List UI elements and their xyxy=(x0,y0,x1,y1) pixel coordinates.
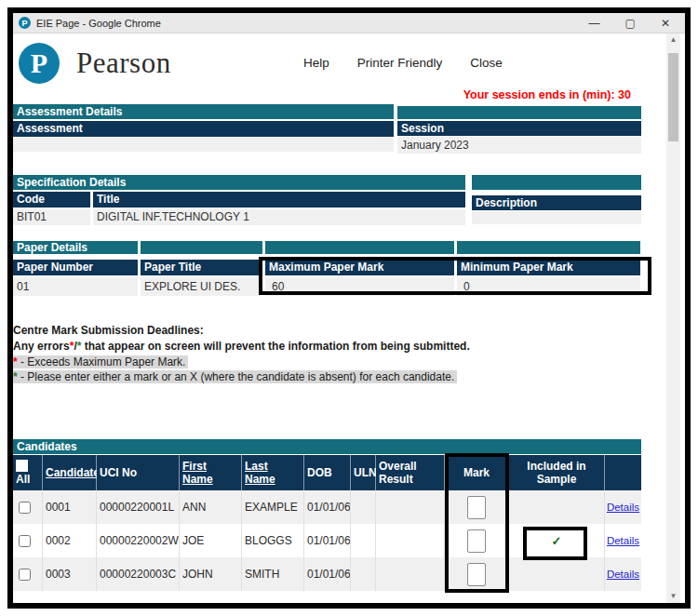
col-details xyxy=(605,455,641,490)
paper-section-bar xyxy=(141,241,262,254)
col-overall-result: Overall Result xyxy=(376,455,445,490)
deadlines-heading: Centre Mark Submission Deadlines: xyxy=(13,324,655,337)
candidate-row: 0002 00000220002W JOE BLOGGS 01/01/06 ✓ … xyxy=(13,524,641,557)
candidates-table: Candidates All Candidate UCI No First Na… xyxy=(13,439,641,591)
session-value: January 2023 xyxy=(397,137,641,154)
max-paper-mark-value: 60 xyxy=(265,277,454,296)
uci-no: 00000220003C xyxy=(97,557,180,591)
dob: 01/01/06 xyxy=(304,557,351,591)
specification-details-header: Specification Details xyxy=(13,175,465,190)
uci-no: 00000220002W xyxy=(97,524,180,557)
minimize-icon[interactable]: — xyxy=(589,18,600,29)
page-scrollbar[interactable]: ▲ ▼ xyxy=(666,33,680,603)
assessment-column-header: Assessment xyxy=(13,121,394,137)
pearson-logo: P Pearson xyxy=(19,43,171,84)
overall-result xyxy=(376,490,445,524)
max-paper-mark-header: Maximum Paper Mark xyxy=(265,260,454,275)
row-checkbox[interactable] xyxy=(19,535,31,547)
min-paper-mark-value: 0 xyxy=(457,277,640,296)
top-nav: Help Printer Friendly Close xyxy=(303,56,503,70)
last-name: SMITH xyxy=(242,557,304,591)
assessment-value xyxy=(13,138,394,152)
row-checkbox[interactable] xyxy=(19,569,31,581)
details-link[interactable]: Details xyxy=(607,502,639,513)
candidate-row: 0003 00000220003C JOHN SMITH 01/01/06 De… xyxy=(13,557,641,591)
col-candidate-sort[interactable]: Candidate xyxy=(43,455,97,490)
col-first-name-sort[interactable]: First Name xyxy=(180,455,242,490)
candidates-header-row: All Candidate UCI No First Name Last Nam… xyxy=(13,455,641,490)
description-value xyxy=(472,211,641,224)
last-name: EXAMPLE xyxy=(242,490,304,524)
candidate-row: 0001 00000220001L ANN EXAMPLE 01/01/06 D… xyxy=(13,490,641,524)
description-section-bar xyxy=(472,175,641,190)
errors-warning-line: Any errors*/* that appear on screen will… xyxy=(13,340,655,353)
window-titlebar: P EIE Page - Google Chrome — ▢ ✕ xyxy=(13,13,685,33)
uln xyxy=(351,524,376,557)
spec-code-header: Code xyxy=(13,192,90,208)
paper-title-header: Paper Title xyxy=(141,260,262,275)
session-timeout-warning: Your session ends in (min): 30 xyxy=(463,88,631,101)
nav-close-link[interactable]: Close xyxy=(470,56,503,70)
mark-input[interactable] xyxy=(467,529,486,553)
candidate-number: 0002 xyxy=(43,524,97,557)
paper-number-header: Paper Number xyxy=(13,260,138,275)
min-paper-mark-header: Minimum Paper Mark xyxy=(457,260,640,275)
screenshot-annotation-frame: P EIE Page - Google Chrome — ▢ ✕ P Pears… xyxy=(7,7,691,609)
dob: 01/01/06 xyxy=(304,524,351,557)
session-column-header: Session xyxy=(397,121,641,136)
first-name: ANN xyxy=(180,490,242,524)
all-label: All xyxy=(16,473,39,486)
scrollbar-thumb[interactable] xyxy=(668,53,678,141)
paper-details-header: Paper Details xyxy=(13,241,138,254)
candidate-number: 0003 xyxy=(43,557,97,591)
description-column-header: Description xyxy=(472,195,641,210)
included-in-sample-check-icon: ✓ xyxy=(552,534,562,548)
pearson-logo-icon: P xyxy=(19,43,60,84)
description-table: Description xyxy=(472,175,641,224)
uln xyxy=(351,557,376,591)
session-table: Session January 2023 xyxy=(397,106,641,154)
overall-result xyxy=(376,524,445,557)
mark-input[interactable] xyxy=(467,563,486,586)
col-uci: UCI No xyxy=(97,455,180,490)
col-uln: ULN xyxy=(351,455,376,490)
first-name: JOHN xyxy=(180,557,242,591)
paper-title-value: EXPLORE UI DES. xyxy=(141,277,262,296)
scroll-down-icon[interactable]: ▼ xyxy=(670,590,678,603)
paper-details-table: Paper Details Paper Number Paper Title M… xyxy=(13,241,641,296)
details-link[interactable]: Details xyxy=(607,569,639,580)
col-mark: Mark xyxy=(445,455,509,490)
scroll-up-icon[interactable]: ▲ xyxy=(670,33,678,47)
dob: 01/01/06 xyxy=(304,490,351,524)
assessment-details-header: Assessment Details xyxy=(13,104,394,119)
col-last-name-sort[interactable]: Last Name xyxy=(242,455,304,490)
submission-notes: Centre Mark Submission Deadlines: Any er… xyxy=(13,324,655,385)
browser-window: P EIE Page - Google Chrome — ▢ ✕ P Pears… xyxy=(13,13,685,603)
candidates-section-header: Candidates xyxy=(13,439,641,454)
paper-section-bar xyxy=(457,241,640,254)
candidate-number: 0001 xyxy=(43,490,97,524)
nav-printer-friendly-link[interactable]: Printer Friendly xyxy=(357,56,443,70)
col-included-in-sample: Included in Sample xyxy=(509,455,605,490)
maximize-icon[interactable]: ▢ xyxy=(625,18,636,29)
note-exceeds-max: * - Exceeds Maximum Paper Mark. xyxy=(13,355,188,368)
pearson-favicon-icon: P xyxy=(19,17,31,29)
spec-title-value: DIGITAL INF.TECHNOLOGY 1 xyxy=(93,209,465,225)
col-dob: DOB xyxy=(304,455,351,490)
mark-input[interactable] xyxy=(467,496,486,519)
select-all-checkbox[interactable] xyxy=(16,460,28,472)
paper-number-value: 01 xyxy=(13,277,138,296)
pearson-wordmark: Pearson xyxy=(76,47,171,80)
session-section-bar xyxy=(397,106,641,119)
specification-details-table: Specification Details Code Title BIT01 D… xyxy=(13,175,465,225)
window-title: EIE Page - Google Chrome xyxy=(36,18,589,29)
last-name: BLOGGS xyxy=(242,524,304,557)
nav-help-link[interactable]: Help xyxy=(303,56,329,70)
close-icon[interactable]: ✕ xyxy=(661,18,670,29)
row-checkbox[interactable] xyxy=(19,502,31,514)
uln xyxy=(351,490,376,524)
col-all: All xyxy=(13,455,43,490)
details-link[interactable]: Details xyxy=(607,535,639,546)
uci-no: 00000220001L xyxy=(97,490,180,524)
assessment-details-table: Assessment Details Assessment xyxy=(13,104,394,152)
